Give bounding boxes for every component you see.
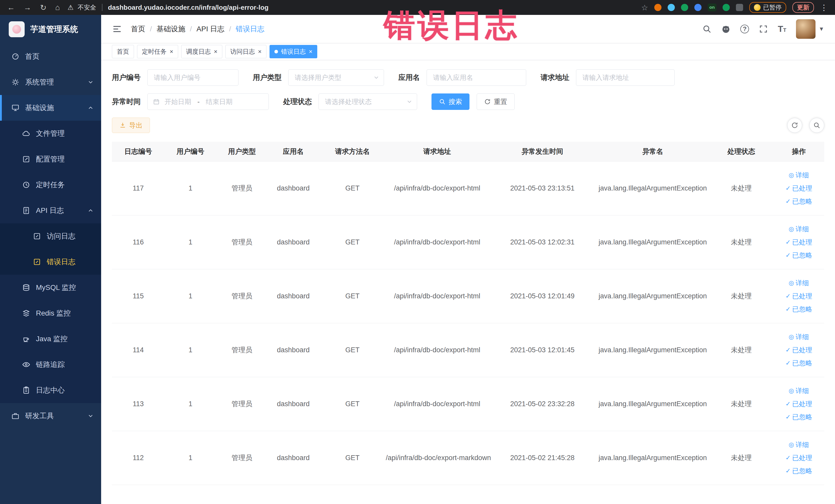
sidebar-item-label: 链路追踪 bbox=[36, 360, 65, 369]
ignore-link[interactable]: ✓已忽略 bbox=[786, 466, 812, 476]
request-url-input[interactable] bbox=[576, 69, 675, 86]
filter-user-type: 用户类型 请选择用户类型 bbox=[253, 69, 384, 86]
detail-link[interactable]: ◎详细 bbox=[789, 440, 809, 449]
cell-method: GET bbox=[319, 269, 386, 323]
actions-cell: ◎详细 ✓已处理 ✓已忽略 bbox=[773, 269, 824, 323]
github-icon[interactable] bbox=[721, 24, 731, 34]
help-icon[interactable]: ? bbox=[740, 25, 749, 33]
caret-down-icon: ▼ bbox=[819, 26, 824, 32]
processed-link[interactable]: ✓已处理 bbox=[786, 400, 812, 408]
sidebar-item-java-monitor[interactable]: Java 监控 bbox=[0, 326, 101, 352]
sidebar-item-access-log[interactable]: 访问日志 bbox=[0, 223, 101, 249]
search-button[interactable]: 搜索 bbox=[431, 94, 469, 110]
tab-scheduled-jobs[interactable]: 定时任务 × bbox=[137, 45, 178, 58]
tab-schedule-log[interactable]: 调度日志 × bbox=[181, 45, 222, 58]
cell-method: GET bbox=[319, 377, 386, 431]
ignore-link[interactable]: ✓已忽略 bbox=[786, 197, 812, 206]
detail-link[interactable]: ◎详细 bbox=[789, 279, 809, 287]
browser-home-icon[interactable]: ⌂ bbox=[55, 3, 60, 12]
sidebar-item-system[interactable]: 系统管理 bbox=[0, 69, 101, 95]
cell-status: 未处理 bbox=[709, 215, 773, 269]
sidebar-item-error-log[interactable]: 错误日志 bbox=[0, 249, 101, 275]
reset-button[interactable]: 重置 bbox=[477, 94, 515, 110]
user-menu[interactable]: ▼ bbox=[796, 19, 824, 39]
detail-link[interactable]: ◎详细 bbox=[789, 386, 809, 396]
cell-app-name: dashboard bbox=[267, 323, 319, 377]
detail-link[interactable]: ◎详细 bbox=[789, 332, 809, 341]
sidebar-item-file-management[interactable]: 文件管理 bbox=[0, 121, 101, 146]
detail-link[interactable]: ◎详细 bbox=[789, 171, 809, 180]
sidebar-item-label: Java 监控 bbox=[36, 334, 67, 344]
sidebar-item-devtools[interactable]: 研发工具 bbox=[0, 403, 101, 429]
ignore-link[interactable]: ✓已忽略 bbox=[786, 412, 812, 422]
sidebar-item-mysql-monitor[interactable]: MySQL 监控 bbox=[0, 275, 101, 300]
close-tab-icon[interactable]: × bbox=[214, 48, 218, 55]
processed-link[interactable]: ✓已处理 bbox=[786, 292, 812, 301]
sidebar-item-log-center[interactable]: 日志中心 bbox=[0, 378, 101, 403]
extension-on-icon[interactable]: on bbox=[708, 4, 716, 11]
browser-menu-icon[interactable]: ⋮ bbox=[820, 3, 828, 12]
bookmark-star-icon[interactable]: ☆ bbox=[641, 3, 648, 12]
breadcrumb-separator: / bbox=[229, 25, 231, 33]
sidebar-item-label: 首页 bbox=[25, 52, 40, 61]
filter-label: 应用名 bbox=[399, 73, 420, 82]
app-name-input[interactable] bbox=[427, 69, 526, 86]
user-id-input[interactable] bbox=[147, 69, 239, 86]
sidebar-item-scheduled-jobs[interactable]: 定时任务 bbox=[0, 172, 101, 198]
sidebar-item-infra[interactable]: 基础设施 bbox=[0, 95, 101, 121]
breadcrumb-item[interactable]: 首页 bbox=[131, 24, 145, 34]
tab-home[interactable]: 首页 bbox=[112, 45, 134, 58]
close-tab-icon[interactable]: × bbox=[258, 48, 262, 55]
sidebar-item-config-management[interactable]: 配置管理 bbox=[0, 146, 101, 172]
paused-badge[interactable]: 已暂停 bbox=[749, 2, 786, 13]
extension-icon[interactable] bbox=[668, 4, 675, 11]
extension-icon[interactable] bbox=[694, 4, 701, 11]
cell-method: GET bbox=[319, 161, 386, 215]
user-type-select[interactable]: 请选择用户类型 bbox=[288, 69, 384, 86]
cell-request-url: /api/infra/db-doc/export-html bbox=[386, 161, 488, 215]
hamburger-icon[interactable] bbox=[112, 24, 122, 34]
processed-link[interactable]: ✓已处理 bbox=[786, 453, 812, 462]
processed-link[interactable]: ✓已处理 bbox=[786, 184, 812, 193]
reload-icon[interactable]: ↻ bbox=[40, 3, 46, 12]
sidebar-item-api-log[interactable]: API 日志 bbox=[0, 198, 101, 223]
filter-process-status: 处理状态 请选择处理状态 bbox=[283, 94, 417, 110]
sidebar-item-redis-monitor[interactable]: Redis 监控 bbox=[0, 300, 101, 326]
address-bar[interactable]: ⚠ 不安全 dashboard.yudao.iocoder.cn/infra/l… bbox=[67, 3, 633, 12]
extension-icon[interactable] bbox=[722, 4, 730, 11]
extension-icon[interactable] bbox=[681, 4, 688, 11]
extension-icon[interactable] bbox=[736, 4, 743, 11]
update-button[interactable]: 更新 bbox=[792, 2, 814, 13]
sidebar-item-home[interactable]: 首页 bbox=[0, 44, 101, 69]
app-logo[interactable]: 芋道管理系统 bbox=[0, 15, 101, 44]
process-status-select[interactable]: 请选择处理状态 bbox=[319, 94, 417, 110]
processed-link[interactable]: ✓已处理 bbox=[786, 346, 812, 355]
tab-error-log[interactable]: 错误日志 × bbox=[269, 45, 317, 58]
breadcrumb-item[interactable]: API 日志 bbox=[197, 24, 225, 34]
close-tab-icon[interactable]: × bbox=[309, 48, 312, 55]
ignore-link[interactable]: ✓已忽略 bbox=[786, 305, 812, 314]
detail-link[interactable]: ◎详细 bbox=[789, 225, 809, 234]
column-header: 用户类型 bbox=[217, 142, 267, 161]
ignore-link[interactable]: ✓已忽略 bbox=[786, 359, 812, 368]
back-icon[interactable]: ← bbox=[7, 3, 15, 12]
ignore-link[interactable]: ✓已忽略 bbox=[786, 251, 812, 260]
fullscreen-icon[interactable] bbox=[759, 24, 768, 34]
tab-access-log[interactable]: 访问日志 × bbox=[225, 45, 266, 58]
extension-icon[interactable] bbox=[654, 4, 661, 11]
close-tab-icon[interactable]: × bbox=[170, 48, 173, 55]
export-button[interactable]: 导出 bbox=[112, 118, 150, 133]
font-size-icon[interactable]: TT bbox=[778, 24, 786, 34]
sidebar-item-trace[interactable]: 链路追踪 bbox=[0, 352, 101, 378]
forward-icon[interactable]: → bbox=[24, 3, 31, 12]
refresh-table-button[interactable] bbox=[787, 118, 802, 133]
cell-exception-name: java.lang.IllegalArgumentException bbox=[596, 269, 709, 323]
search-icon[interactable] bbox=[702, 24, 712, 34]
column-settings-button[interactable] bbox=[809, 118, 824, 133]
cell-request-url: /api/infra/db-doc/export-html bbox=[386, 215, 488, 269]
check-icon: ✓ bbox=[786, 251, 791, 259]
date-range-picker[interactable]: 开始日期 - 结束日期 bbox=[147, 94, 269, 110]
breadcrumb-item[interactable]: 基础设施 bbox=[157, 24, 185, 34]
gear-icon bbox=[11, 78, 20, 86]
processed-link[interactable]: ✓已处理 bbox=[786, 238, 812, 247]
